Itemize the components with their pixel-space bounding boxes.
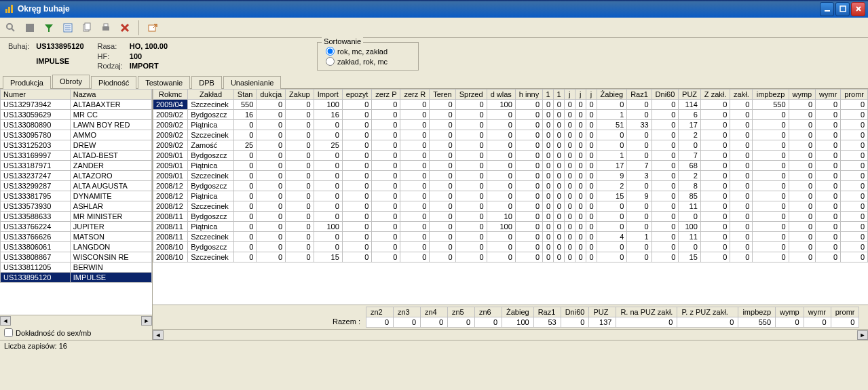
table-row[interactable]: 2009/02Bydgoszcz160016000000000000100600…	[153, 110, 868, 120]
list-item[interactable]: US133895120IMPULSE	[1, 273, 152, 283]
list-item[interactable]: US133588633MR MINISTER	[1, 212, 152, 222]
list-item[interactable]: US132973942ALTABAXTER	[1, 100, 152, 110]
table-row[interactable]: 2008/11Szczecinek00000000000000004101100…	[153, 232, 868, 242]
table-row[interactable]: 2008/11Bydgoszcz000000000100000000000000…	[153, 212, 868, 222]
close-button[interactable]	[851, 2, 865, 16]
table-row[interactable]: 2008/12Bydgoszcz000000000000000020080000…	[153, 181, 868, 191]
right-col-header[interactable]: Zakup	[286, 90, 314, 100]
table-row[interactable]: 2009/02Szczecinek00000000000000000002000…	[153, 130, 868, 140]
list-item[interactable]: US133766626MATSON	[1, 232, 152, 242]
right-col-header[interactable]: Stan	[234, 90, 257, 100]
tab-unasienianie[interactable]: Unasienianie	[223, 76, 282, 89]
save-icon[interactable]	[23, 21, 37, 35]
right-col-header[interactable]: Sprzed	[455, 90, 487, 100]
left-h-scroll[interactable]: ◄ ►	[0, 315, 152, 326]
tab-testowanie[interactable]: Testowanie	[138, 76, 190, 89]
form-icon[interactable]	[61, 21, 75, 35]
right-col-header[interactable]: j	[575, 90, 586, 100]
scroll-left-icon[interactable]: ◄	[0, 316, 11, 326]
right-col-header[interactable]: wymp	[789, 90, 816, 100]
left-col-header[interactable]: Numer	[1, 90, 71, 100]
sort-option-2[interactable]: zakład, rok, mc	[326, 57, 410, 66]
right-col-header[interactable]: PUZ	[679, 90, 701, 100]
right-data-grid[interactable]: RokmcZakładStandukcjaZakupImportepozytze…	[153, 89, 868, 305]
right-col-header[interactable]: Dni60	[652, 90, 679, 100]
right-col-header[interactable]: 1	[543, 90, 554, 100]
table-row[interactable]: 2009/04Szczecinek55000100000001000000000…	[153, 100, 868, 110]
list-item[interactable]: US133811205BERWIN	[1, 262, 152, 273]
right-col-header[interactable]: d wlas	[487, 90, 515, 100]
list-item[interactable]: US133169997ALTAD-BEST	[1, 151, 152, 161]
sort-radio-2[interactable]	[326, 57, 335, 66]
table-row[interactable]: 2008/11Piątnica0001000000010000000000010…	[153, 222, 868, 232]
scroll-right-icon[interactable]: ►	[857, 330, 868, 340]
list-item[interactable]: US133187971ZANDER	[1, 161, 152, 171]
right-col-header[interactable]: promr	[841, 90, 868, 100]
table-row[interactable]: 2009/01Szczecinek00000000000000009302000…	[153, 171, 868, 181]
tab-dpb[interactable]: DPB	[191, 76, 222, 89]
main-area: NumerNazwaUS132973942ALTABAXTERUS1330596…	[0, 89, 868, 340]
maximize-button[interactable]	[835, 2, 850, 16]
right-col-header[interactable]: zakł.	[730, 90, 753, 100]
list-item[interactable]: US133095780AMMO	[1, 130, 152, 140]
right-col-header[interactable]: Żabieg	[597, 90, 627, 100]
right-h-scroll[interactable]: ◄ ►	[153, 329, 868, 340]
right-col-header[interactable]: zerz R	[400, 90, 430, 100]
search-icon[interactable]	[4, 21, 18, 35]
table-row[interactable]: 2008/12Piątnica0000000000000000159085000…	[153, 191, 868, 201]
list-item[interactable]: US133573930ASHLAR	[1, 201, 152, 212]
tab-obroty[interactable]: Obroty	[52, 75, 90, 88]
list-item[interactable]: US133381795DYNAMITE	[1, 191, 152, 201]
table-row[interactable]: 2008/10Szczecinek00015000000000000000150…	[153, 252, 868, 262]
table-row[interactable]: 2009/01Bydgoszcz000000000000000010070000…	[153, 151, 868, 161]
right-col-header[interactable]: wymr	[816, 90, 841, 100]
right-col-header[interactable]: zerz P	[372, 90, 400, 100]
right-col-header[interactable]: Import	[314, 90, 342, 100]
right-col-header[interactable]: h inny	[515, 90, 542, 100]
summary-label: Razem :	[155, 307, 366, 328]
table-row[interactable]: 2009/02Zamość250025000000000000000000000…	[153, 140, 868, 151]
right-col-header[interactable]: impbezp	[753, 90, 789, 100]
right-col-header[interactable]: j	[564, 90, 575, 100]
tab-płodność[interactable]: Płodność	[91, 76, 136, 89]
list-item[interactable]: US133080890LAWN BOY RED	[1, 120, 152, 130]
right-col-header[interactable]: epozyt	[342, 90, 371, 100]
delete-icon[interactable]	[118, 21, 132, 35]
left-col-header[interactable]: Nazwa	[70, 90, 151, 100]
print-icon[interactable]	[99, 21, 113, 35]
svg-rect-2	[11, 5, 13, 13]
table-row[interactable]: 2008/10Bydgoszcz000000000000000000000000…	[153, 242, 868, 252]
accuracy-checkbox[interactable]	[4, 328, 13, 337]
right-col-header[interactable]: Zakład	[188, 90, 234, 100]
table-row[interactable]: 2008/12Szczecinek00000000000000000001100…	[153, 201, 868, 212]
copy-icon[interactable]	[80, 21, 94, 35]
summary-value: 100	[502, 317, 534, 328]
summary-header: Raz1	[533, 307, 561, 317]
list-item[interactable]: US133059629MR CC	[1, 110, 152, 120]
minimize-button[interactable]	[820, 2, 834, 16]
left-grid[interactable]: NumerNazwaUS132973942ALTABAXTERUS1330596…	[0, 89, 152, 315]
sort-radio-1[interactable]	[326, 47, 335, 56]
right-col-header[interactable]: dukcja	[257, 90, 286, 100]
list-item[interactable]: US133237247ALTAZORO	[1, 171, 152, 181]
new-window-icon[interactable]	[146, 21, 159, 35]
right-col-header[interactable]: Raz1	[627, 90, 652, 100]
list-item[interactable]: US133806061LANGDON	[1, 242, 152, 252]
list-item[interactable]: US133299287ALTA AUGUSTA	[1, 181, 152, 191]
scroll-left-icon[interactable]: ◄	[153, 330, 164, 340]
right-col-header[interactable]: Rokmc	[153, 90, 188, 100]
right-col-header[interactable]: 1	[554, 90, 565, 100]
sort-option-1[interactable]: rok, mc, zakład	[326, 47, 410, 56]
list-item[interactable]: US133125203DREW	[1, 140, 152, 151]
list-item[interactable]: US133808867WISCONSIN RE	[1, 252, 152, 262]
table-row[interactable]: 2009/02Piątnica0000000000000000513301700…	[153, 120, 868, 130]
table-row[interactable]: 2009/01Piątnica0000000000000000177068000…	[153, 161, 868, 171]
right-col-header[interactable]: Z zakł.	[700, 90, 730, 100]
right-col-header[interactable]: j	[586, 90, 597, 100]
scroll-right-icon[interactable]: ►	[141, 316, 152, 326]
list-item[interactable]: US133766224JUPITER	[1, 222, 152, 232]
tab-produkcja[interactable]: Produkcja	[3, 76, 51, 89]
status-value: 16	[59, 342, 67, 350]
right-col-header[interactable]: Teren	[430, 90, 455, 100]
filter-icon[interactable]	[42, 21, 56, 35]
